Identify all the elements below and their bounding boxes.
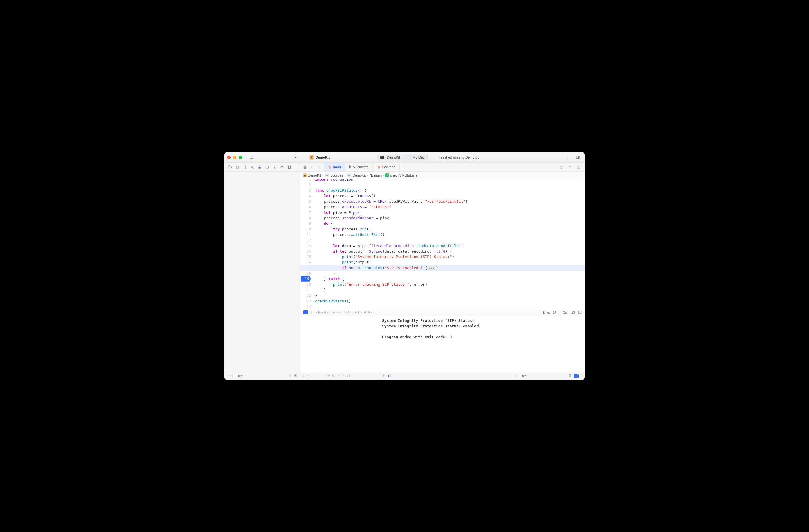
minimize-window-button[interactable] [233,156,236,159]
gutter[interactable]: 1 [300,179,314,182]
code-fold-indicator[interactable]: ••• [428,266,435,270]
jump-bar[interactable]: ▣DemoKit›Sources›DemoKit›main›fcheckSIPS… [300,172,585,179]
code-text[interactable]: } [314,287,585,292]
code-text[interactable] [314,237,585,243]
recent-files-button[interactable] [288,373,292,378]
code-text[interactable]: print("Error checking SIP status:", erro… [314,282,585,287]
run-destination-selector[interactable]: DemoKit › My Mac [377,154,428,161]
bookmarks-navigator-button[interactable] [242,164,248,170]
code-text[interactable]: process.waitUntilExit() [314,232,585,237]
quick-look-button[interactable] [332,373,336,378]
code-line[interactable]: 7 let pipe = Pipe() [300,210,585,215]
code-line[interactable]: 23checkSIPStatus() [300,298,585,304]
gutter[interactable]: 17 [300,265,314,270]
show-console-view-button[interactable] [578,374,582,378]
variables-filter-input[interactable] [342,374,377,378]
variables-filter-scope-button[interactable] [338,374,341,378]
gutter[interactable]: 22 [300,292,314,298]
related-items-button[interactable] [302,164,308,170]
gutter[interactable]: 9 [300,221,314,226]
code-text[interactable]: process.executableURL = URL(fileURLWithP… [314,199,585,204]
gutter[interactable]: 20 [300,282,314,287]
show-variables-view-button[interactable] [574,374,578,378]
adjust-editor-options-button[interactable] [567,164,573,170]
variables-view-mode-selector[interactable]: Auto ⌄ [303,374,313,378]
breakpoint-marker[interactable]: 19 [300,276,311,282]
code-text[interactable]: print("System Integrity Protection (SIP)… [314,254,585,260]
issues-navigator-button[interactable] [257,164,263,170]
code-text[interactable]: print(output) [314,260,585,265]
source-editor[interactable]: 1import Foundation23func checkSIPStatus(… [300,179,585,309]
code-line[interactable]: 16 print(output) [300,260,585,265]
clear-console-button[interactable] [568,373,572,378]
gutter[interactable]: 16 [300,260,314,265]
minimap-toggle-button[interactable] [578,310,582,315]
variables-view[interactable] [300,316,379,372]
code-line[interactable]: 24 [300,304,585,309]
gutter[interactable]: 11 [300,232,314,237]
jump-bar-segment[interactable]: main [369,173,381,177]
gutter[interactable]: 5 [300,199,314,204]
code-line[interactable]: 2 [300,182,585,188]
source-control-navigator-button[interactable] [234,164,240,170]
code-line[interactable]: 15 print("System Integrity Protection (S… [300,254,585,260]
console-output[interactable]: System Integrity Protection (SIP) Status… [379,316,585,372]
code-line[interactable]: 12 [300,237,585,243]
code-text[interactable]: process.arguments = ["status"] [314,204,585,210]
jump-bar-segment[interactable]: Sources [325,173,343,177]
code-line[interactable]: 13 let data = pipe.fileHandleForReading.… [300,243,585,249]
code-line[interactable]: 5 process.executableURL = URL(fileURLWit… [300,199,585,204]
code-text[interactable]: func checkSIPStatus() { [314,188,585,193]
code-line[interactable]: 21 } [300,287,585,292]
gutter[interactable]: 18 [300,270,314,276]
code-text[interactable]: checkSIPStatus() [314,298,585,304]
filter-scope-button[interactable] [227,374,233,378]
code-line[interactable]: 10 try process.run() [300,227,585,232]
code-text[interactable]: let data = pipe.fileHandleForReading.rea… [314,243,585,249]
gutter[interactable]: 7 [300,210,314,215]
go-forward-button[interactable] [315,164,322,170]
gutter[interactable]: 14 [300,249,314,254]
code-line[interactable]: 22} [300,292,585,298]
debug-area-layout-toggle[interactable] [574,374,582,378]
gutter[interactable]: 13 [300,243,314,249]
editor-tab[interactable]: hNSBundle [345,162,373,172]
code-text[interactable]: try process.run() [314,227,585,232]
gutter[interactable]: 8 [300,215,314,221]
scheme-selector[interactable]: ▣ DemoKit [309,155,330,160]
navigator-filter-input[interactable] [235,374,286,378]
run-button[interactable] [291,154,299,161]
scm-filter-button[interactable] [294,374,297,378]
code-line[interactable]: 14 if let output = String(data: data, en… [300,249,585,254]
add-tab-button[interactable] [564,154,572,161]
gutter[interactable]: 6 [300,204,314,210]
console-filter-scope-button[interactable] [514,374,517,378]
gutter[interactable]: 12 [300,237,314,243]
tests-navigator-button[interactable] [264,164,270,170]
code-line[interactable]: 9 do { [300,221,585,226]
gutter[interactable]: 10 [300,227,314,232]
code-text[interactable]: } [314,270,585,276]
console-filter-input[interactable] [519,374,553,378]
code-text[interactable]: let process = Process() [314,193,585,199]
close-window-button[interactable] [227,156,231,159]
code-text[interactable]: do { [314,221,585,226]
code-text[interactable]: } catch { [314,276,585,282]
find-navigator-button[interactable] [249,164,255,170]
jump-bar-segment[interactable]: fcheckSIPStatus() [385,173,417,177]
code-text[interactable]: if output.contains("SIP is enabled") {••… [314,265,585,270]
gutter[interactable]: 4 [300,193,314,199]
project-navigator-button[interactable] [227,164,233,170]
console-view-button[interactable] [381,373,385,378]
add-editor-button[interactable] [575,164,582,170]
code-line[interactable]: 6 process.arguments = ["status"] [300,204,585,210]
code-text[interactable]: let pipe = Pipe() [314,210,585,215]
code-text[interactable]: process.standardOutput = pipe [314,215,585,221]
view-memory-button[interactable] [326,373,330,378]
debugger-output-button[interactable] [387,373,391,378]
code-text[interactable] [314,304,585,309]
zoom-window-button[interactable] [239,156,242,159]
gutter[interactable]: 15 [300,254,314,260]
editor-tab[interactable]: main [324,162,345,172]
refresh-icon[interactable] [558,164,565,170]
